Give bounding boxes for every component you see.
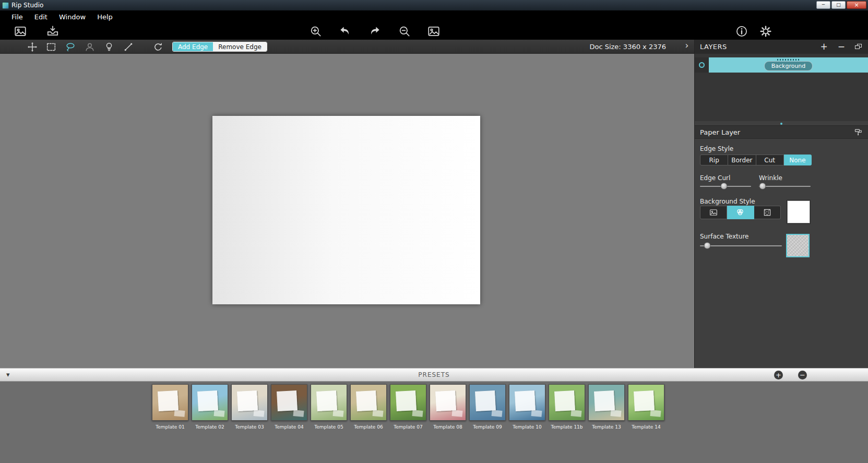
preset-label: Template 03: [235, 424, 264, 430]
preset-template[interactable]: Template 13: [587, 384, 626, 430]
menu-help[interactable]: Help: [91, 10, 118, 23]
preset-template[interactable]: Template 05: [309, 384, 349, 430]
line-tool-icon[interactable]: [123, 41, 134, 53]
background-color-fill-button[interactable]: [727, 206, 754, 219]
preset-thumbnail[interactable]: [311, 384, 347, 421]
preset-thumbnail[interactable]: [192, 384, 228, 421]
preset-thumbnail[interactable]: [509, 384, 545, 421]
document-page[interactable]: [212, 116, 480, 304]
preset-thumbnail[interactable]: [588, 384, 625, 421]
layer-row-selected[interactable]: Background: [709, 57, 868, 73]
add-layer-button[interactable]: +: [821, 42, 828, 51]
background-image-fill-button[interactable]: [700, 206, 727, 219]
minimize-button[interactable]: ─: [816, 1, 830, 9]
info-icon[interactable]: [735, 25, 748, 38]
preset-thumbnail[interactable]: [271, 384, 307, 421]
background-color-swatch[interactable]: [787, 200, 811, 224]
presets-bar: ▾ PRESETS + −: [0, 368, 868, 382]
edge-style-rip-button[interactable]: Rip: [700, 155, 728, 165]
preset-label: Template 04: [275, 424, 303, 430]
import-image-icon[interactable]: [46, 25, 60, 38]
layers-list: Background: [695, 54, 868, 121]
preset-thumbnail[interactable]: [549, 384, 585, 421]
background-style-buttons: [700, 206, 781, 219]
preset-template[interactable]: Template 08: [428, 384, 468, 430]
edge-style-segmented-control: Rip Border Cut None: [700, 155, 812, 165]
preset-thumbnail[interactable]: [430, 384, 466, 421]
preset-thumbnail[interactable]: [469, 384, 506, 421]
wrinkle-slider[interactable]: [759, 183, 811, 189]
edge-style-none-button[interactable]: None: [784, 155, 812, 165]
main-toolbar: [0, 23, 868, 40]
portrait-mask-tool-icon[interactable]: [84, 41, 96, 53]
preset-thumbnail[interactable]: [350, 384, 387, 421]
background-paper-texture-button[interactable]: [754, 206, 781, 219]
preset-thumbnail[interactable]: [390, 384, 426, 421]
undo-icon[interactable]: [338, 25, 352, 38]
preset-template[interactable]: Template 10: [507, 384, 547, 430]
panel-resize-handle[interactable]: [695, 121, 868, 125]
menu-file[interactable]: File: [6, 10, 29, 23]
remove-edge-button[interactable]: Remove Edge: [213, 42, 267, 51]
right-panel: LAYERS + − Background Paper Layer Edge S…: [694, 40, 868, 368]
edge-style-border-button[interactable]: Border: [728, 155, 756, 165]
lightbulb-tool-icon[interactable]: [103, 41, 115, 53]
preset-template[interactable]: Template 02: [190, 384, 230, 430]
preset-template[interactable]: Template 03: [230, 384, 269, 430]
lasso-tool-icon[interactable]: [65, 41, 76, 53]
add-edge-button[interactable]: Add Edge: [173, 42, 213, 51]
preset-label: Template 02: [195, 424, 224, 430]
edge-style-cut-button[interactable]: Cut: [756, 155, 784, 165]
maximize-button[interactable]: □: [831, 1, 846, 9]
preset-template[interactable]: Template 04: [269, 384, 309, 430]
preset-thumbnail[interactable]: [628, 384, 664, 421]
layer-visibility-icon[interactable]: [699, 62, 705, 68]
preset-label: Template 09: [473, 424, 502, 430]
slider-thumb[interactable]: [759, 183, 766, 189]
presets-title: PRESETS: [0, 371, 868, 378]
slider-thumb[interactable]: [721, 183, 728, 189]
close-button[interactable]: ×: [847, 1, 866, 9]
surface-texture-swatch[interactable]: [786, 234, 810, 257]
preset-label: Template 10: [513, 424, 541, 430]
menu-window[interactable]: Window: [53, 10, 91, 23]
image-frame-icon[interactable]: [14, 25, 27, 38]
preset-thumbnail[interactable]: [231, 384, 268, 421]
duplicate-layer-icon[interactable]: [855, 44, 862, 50]
layer-row-background[interactable]: Background: [695, 57, 868, 73]
preset-template[interactable]: Template 06: [349, 384, 388, 430]
title-bar: Rip Studio ─ □ ×: [0, 0, 868, 10]
move-tool-icon[interactable]: [27, 41, 38, 53]
menu-edit[interactable]: Edit: [29, 10, 53, 23]
preset-template[interactable]: Template 07: [388, 384, 428, 430]
preset-label: Template 06: [354, 424, 383, 430]
preset-thumbnail[interactable]: [152, 384, 188, 421]
layer-visibility-cell[interactable]: [695, 57, 709, 73]
zoom-in-icon[interactable]: [309, 25, 323, 38]
slider-thumb[interactable]: [704, 242, 711, 249]
remove-layer-button[interactable]: −: [838, 42, 845, 51]
preset-template[interactable]: Template 09: [468, 384, 507, 430]
tool-options-bar: Add Edge Remove Edge Doc Size: 3360 x 23…: [0, 40, 694, 54]
rotate-tool-icon[interactable]: [152, 41, 164, 53]
preset-template[interactable]: Template 11b: [547, 384, 587, 430]
paper-layer-header: Paper Layer: [695, 125, 868, 139]
panel-collapse-chevron-icon[interactable]: ›: [682, 40, 692, 51]
preset-template[interactable]: Template 01: [150, 384, 190, 430]
edge-style-label: Edge Style: [700, 145, 733, 152]
edge-curl-slider[interactable]: [700, 183, 751, 189]
doc-size-label: Doc Size: 3360 x 2376: [589, 40, 666, 54]
place-image-icon[interactable]: [427, 25, 441, 38]
preset-remove-button[interactable]: −: [798, 371, 807, 379]
redo-icon[interactable]: [368, 25, 382, 38]
surface-texture-slider[interactable]: [700, 242, 782, 249]
zoom-out-icon[interactable]: [398, 25, 411, 38]
settings-gear-icon[interactable]: [759, 25, 772, 38]
preset-template[interactable]: Template 14: [626, 384, 666, 430]
canvas-area[interactable]: [0, 54, 694, 368]
marquee-tool-icon[interactable]: [45, 41, 57, 53]
app-icon: [2, 2, 9, 9]
layer-name-label[interactable]: Background: [764, 61, 813, 71]
paint-roller-icon[interactable]: [854, 128, 863, 137]
preset-add-button[interactable]: +: [774, 371, 783, 379]
